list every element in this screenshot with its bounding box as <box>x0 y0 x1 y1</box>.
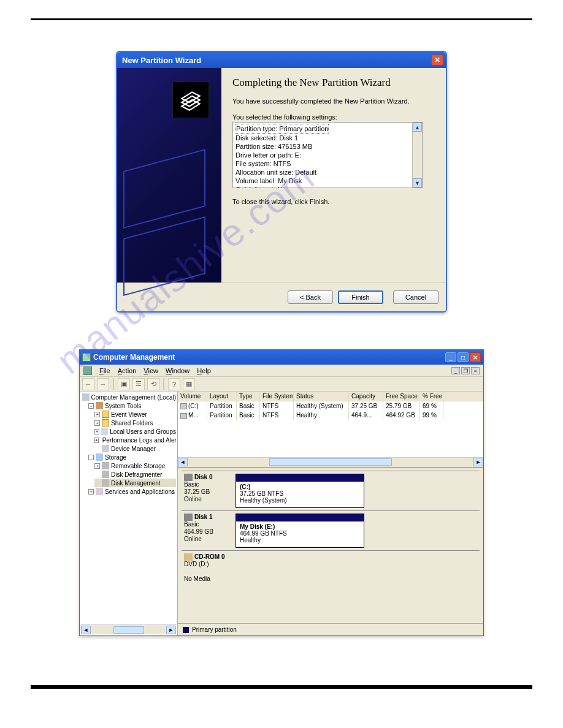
scroll-down-icon[interactable]: ▼ <box>413 178 422 188</box>
partition-c[interactable]: (C:)37.25 GB NTFSHealthy (System) <box>236 474 364 508</box>
tree-removable[interactable]: +Removable Storage <box>94 461 176 470</box>
cm-app-icon <box>82 353 91 362</box>
tree-event-viewer[interactable]: +Event Viewer <box>94 410 176 419</box>
scroll-right-icon[interactable]: ► <box>473 458 483 466</box>
mdi-min-button[interactable]: _ <box>451 367 460 374</box>
menu-bar: File Action View Window Help <box>80 365 483 377</box>
toolbar-separator <box>113 378 114 390</box>
disk-graphical-view[interactable]: Disk 0 Basic 37.25 GB Online (C:)37.25 G… <box>178 467 483 623</box>
tree-defrag[interactable]: Disk Defragmenter <box>94 470 176 479</box>
cm-title-bar[interactable]: Computer Management _ □ ✕ <box>80 350 483 365</box>
disk-label-0: Disk 0 Basic 37.25 GB Online <box>182 471 231 510</box>
volume-icon <box>180 413 187 419</box>
scroll-thumb[interactable] <box>113 626 144 634</box>
mdi-restore-button[interactable]: ❐ <box>461 367 470 374</box>
tree-services[interactable]: +Services and Applications <box>88 487 176 496</box>
properties-button[interactable]: ☰ <box>132 378 145 390</box>
close-button[interactable]: ✕ <box>470 352 481 362</box>
wizard-title: New Partition Wizard <box>122 56 201 65</box>
settings-scrollbar[interactable]: ▲ ▼ <box>412 123 422 188</box>
volume-row[interactable]: M... Partition Basic NTFS Healthy 464.9.… <box>178 411 483 420</box>
menu-file[interactable]: File <box>99 367 110 374</box>
settings-line: Quick format: No <box>236 186 286 188</box>
menu-view[interactable]: View <box>144 367 158 374</box>
tree-root[interactable]: Computer Management (Local) <box>82 393 176 401</box>
disk-row-1[interactable]: Disk 1 Basic 464.99 GB Online My Disk (E… <box>182 510 480 550</box>
legend-bar: Primary partition <box>178 623 483 635</box>
col-free[interactable]: Free Space <box>383 392 420 401</box>
wizard-title-bar[interactable]: New Partition Wizard ✕ <box>117 52 446 68</box>
settings-line: Disk selected: Disk 1 <box>236 134 298 142</box>
toolbar: ← → ▣ ☰ ⟲ ? ▦ <box>80 377 483 392</box>
volume-list[interactable]: Volume Layout Type File System Status Ca… <box>178 392 483 467</box>
scroll-up-icon[interactable]: ▲ <box>413 123 422 132</box>
extra-button[interactable]: ▦ <box>183 378 195 390</box>
mdi-controls: _ ❐ × <box>451 367 480 376</box>
disk-row-cd[interactable]: CD-ROM 0 DVD (D:) No Media <box>182 550 480 588</box>
disk-icon <box>184 514 193 521</box>
cm-title-text: Computer Management <box>93 353 175 362</box>
settings-line: Allocation unit size: Default <box>236 169 316 176</box>
scroll-thumb[interactable] <box>269 458 392 466</box>
scroll-left-icon[interactable]: ◄ <box>178 458 188 466</box>
menu-help[interactable]: Help <box>197 367 211 374</box>
menu-action[interactable]: Action <box>118 367 137 374</box>
tree-system-tools[interactable]: -System Tools <box>88 401 176 410</box>
volume-hscrollbar[interactable]: ◄ ► <box>178 457 483 467</box>
menu-window[interactable]: Window <box>166 367 190 374</box>
wizard-side-graphic <box>117 68 221 282</box>
col-volume[interactable]: Volume <box>178 392 207 401</box>
tree-shared-folders[interactable]: +Shared Folders <box>94 419 176 427</box>
scroll-right-icon[interactable]: ► <box>166 626 176 634</box>
wizard-close-button[interactable]: ✕ <box>431 55 443 66</box>
nav-fwd-button[interactable]: → <box>97 378 109 390</box>
tree-local-users[interactable]: +Local Users and Groups <box>94 427 176 436</box>
finish-button[interactable]: Finish <box>338 290 383 304</box>
minimize-button[interactable]: _ <box>445 352 456 362</box>
volume-header-row[interactable]: Volume Layout Type File System Status Ca… <box>178 392 483 401</box>
col-type[interactable]: Type <box>237 392 260 401</box>
volume-row[interactable]: (C:) Partition Basic NTFS Healthy (Syste… <box>178 401 483 411</box>
nav-back-button[interactable]: ← <box>82 378 94 390</box>
back-button[interactable]: < Back <box>288 290 333 304</box>
col-layout[interactable]: Layout <box>207 392 237 401</box>
scroll-left-icon[interactable]: ◄ <box>81 626 91 634</box>
wizard-success-text: You have successfully completed the New … <box>232 97 435 105</box>
help-button[interactable]: ? <box>168 378 180 390</box>
tree-hscrollbar[interactable]: ◄ ► <box>81 624 176 634</box>
legend-label: Primary partition <box>192 626 237 633</box>
disk-label-cd: CD-ROM 0 DVD (D:) No Media <box>182 551 231 588</box>
cancel-button[interactable]: Cancel <box>393 290 439 304</box>
col-capacity[interactable]: Capacity <box>349 392 383 401</box>
mdi-close-button[interactable]: × <box>471 367 480 374</box>
top-rule <box>31 18 532 20</box>
tree-perf-logs[interactable]: +Performance Logs and Alerts <box>94 436 176 444</box>
disk-row-0[interactable]: Disk 0 Basic 37.25 GB Online (C:)37.25 G… <box>182 471 480 510</box>
settings-line: Drive letter or path: E: <box>236 151 301 159</box>
cdrom-icon <box>184 553 193 561</box>
col-status[interactable]: Status <box>294 392 349 401</box>
col-filesystem[interactable]: File System <box>260 392 294 401</box>
tree-storage[interactable]: -Storage <box>88 453 176 461</box>
disk-label-1: Disk 1 Basic 464.99 GB Online <box>182 511 231 550</box>
settings-line: Partition type: Primary partition <box>236 124 329 134</box>
bottom-rule <box>31 685 532 689</box>
wizard-settings-list[interactable]: Partition type: Primary partition Disk s… <box>232 122 423 188</box>
partition-e[interactable]: My Disk (E:)464.99 GB NTFSHealthy <box>236 514 364 548</box>
tree-device-manager[interactable]: Device Manager <box>94 444 176 453</box>
computer-management-window: Computer Management _ □ ✕ _ ❐ × File Act… <box>79 349 484 636</box>
wizard-window: New Partition Wizard ✕ Completing the Ne… <box>116 51 447 313</box>
wizard-books-icon <box>172 82 209 118</box>
up-button[interactable]: ▣ <box>118 378 130 390</box>
nav-tree[interactable]: Computer Management (Local) -System Tool… <box>80 392 178 635</box>
settings-line: Volume label: My Disk <box>236 177 302 184</box>
volume-icon <box>180 403 187 409</box>
legend-swatch-icon <box>183 627 189 633</box>
settings-line: File system: NTFS <box>236 160 291 167</box>
refresh-button[interactable]: ⟲ <box>147 378 159 390</box>
col-pct[interactable]: % Free <box>420 392 443 401</box>
tree-disk-mgmt[interactable]: Disk Management <box>94 479 176 487</box>
menu-system-icon[interactable] <box>83 366 92 375</box>
wizard-close-text: To close this wizard, click Finish. <box>232 198 435 205</box>
maximize-button[interactable]: □ <box>458 352 469 362</box>
